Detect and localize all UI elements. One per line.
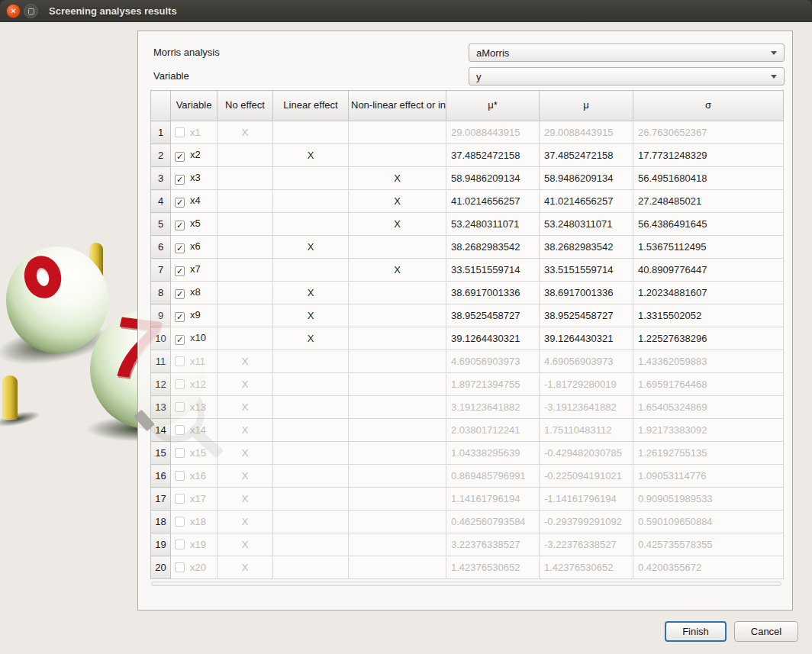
mu-cell: -1.14161796194 [540,488,633,511]
table-row: 12x12X1.89721394755-1.817292800191.69591… [151,373,784,396]
row-checkbox[interactable] [175,402,185,412]
unmaximize-icon [28,8,34,14]
mu-star-cell: 53.2480311071 [446,213,540,236]
table-header-row: Variable No effect Linear effect Non-lin… [151,91,784,121]
row-checkbox[interactable] [175,471,185,481]
header-mu: μ [540,91,633,121]
logo-o-sphere-icon [6,246,108,353]
variable-cell: ✓x7 [171,259,218,282]
variable-name: x10 [190,332,206,343]
row-number: 10 [151,327,171,350]
table-row: 7✓x7X33.515155971433.515155971440.890977… [151,259,784,282]
variable-cell: x12 [171,373,218,396]
variable-select[interactable]: y [469,67,785,85]
logo-peg-icon [2,375,18,420]
row-checkbox[interactable]: ✓ [175,335,185,345]
variable-name: x15 [190,447,206,459]
cancel-button[interactable]: Cancel [734,621,798,642]
row-checkbox[interactable]: ✓ [175,221,185,230]
row-checkbox[interactable] [175,562,185,572]
variable-cell: ✓x9 [171,304,218,327]
mu-cell: -0.225094191021 [540,465,633,488]
close-button[interactable]: ✕ [6,4,21,18]
row-checkbox[interactable]: ✓ [175,243,185,253]
variable-cell: ✓x6 [171,236,218,259]
row-number: 13 [151,396,171,419]
effect-linear-cell [273,121,349,144]
mu-cell: 1.42376530652 [540,556,633,579]
variable-name: x18 [190,516,206,527]
effect-no-cell: X [218,533,273,556]
row-checkbox[interactable]: ✓ [175,312,185,322]
variable-name: x19 [190,539,206,550]
effect-no-cell: X [218,556,273,579]
variable-name: x11 [190,356,205,367]
effect-nonlinear-cell [349,282,446,304]
effect-no-cell: X [218,442,273,465]
effect-linear-cell [273,465,349,488]
variable-value: y [476,71,482,82]
row-checkbox[interactable] [175,540,185,549]
effect-no-cell: X [218,465,273,488]
effect-no-cell: X [218,350,273,373]
mu-cell: -3.19123641882 [540,396,633,419]
finish-button[interactable]: Finish [665,621,727,642]
row-checkbox[interactable] [175,494,185,504]
effect-nonlinear-cell: X [349,190,446,213]
unmaximize-button[interactable] [24,4,38,18]
effect-nonlinear-cell [349,373,446,396]
table-row: 6✓x6X38.268298354238.26829835421.5367511… [151,236,784,259]
mu-star-cell: 0.869485796991 [446,465,540,488]
screening-results-dialog: Morris analysis aMorris Variable y [137,31,793,611]
mu-star-cell: 38.2682983542 [446,236,540,259]
effect-nonlinear-cell [349,465,446,488]
row-checkbox[interactable] [175,425,185,435]
row-checkbox[interactable] [175,379,185,389]
table-row: 13x13X3.19123641882-3.191236418821.65405… [151,396,784,419]
titlebar[interactable]: ✕ Screening analyses results [0,0,812,22]
row-number: 18 [151,511,171,533]
row-number: 2 [151,144,171,167]
effect-nonlinear-cell: X [349,167,446,190]
row-checkbox[interactable]: ✓ [175,266,185,276]
variable-name: x3 [190,172,201,183]
morris-analysis-select[interactable]: aMorris [469,43,785,62]
effect-linear-cell [273,419,349,442]
table-row: 10✓x10X39.126443032139.12644303211.22527… [151,327,784,350]
effect-linear-cell: X [273,282,349,304]
chevron-down-icon [771,75,777,79]
row-checkbox[interactable] [175,517,185,527]
effect-no-cell [218,304,273,327]
sigma-cell: 56.4951680418 [633,167,784,190]
variable-name: x20 [190,562,206,573]
row-number: 3 [151,167,171,190]
row-checkbox[interactable]: ✓ [175,198,185,208]
effect-nonlinear-cell [349,327,446,350]
row-checkbox[interactable] [175,356,185,366]
table-row: 9✓x9X38.952545872738.95254587271.3315502… [151,304,784,327]
mu-cell: 37.4852472158 [540,144,633,167]
sigma-cell: 1.09053114776 [633,465,784,488]
effect-no-cell [218,259,273,282]
variable-name: x12 [190,379,206,390]
horizontal-scrollbar[interactable] [151,582,781,586]
row-checkbox[interactable]: ✓ [175,175,185,185]
row-number: 6 [151,236,171,259]
row-checkbox[interactable] [175,448,185,458]
table-row: 14x14X2.038017122411.751104831121.921733… [151,419,784,442]
mu-star-cell: 3.19123641882 [446,396,540,419]
variable-name: x16 [190,470,206,482]
mu-star-cell: 38.9525458727 [446,304,540,327]
row-number: 5 [151,213,171,236]
row-checkbox[interactable] [175,127,185,137]
row-number: 1 [151,121,171,144]
sigma-cell: 1.26192755135 [633,442,784,465]
effect-nonlinear-cell [349,442,446,465]
row-checkbox[interactable]: ✓ [175,289,185,299]
row-number: 16 [151,465,171,488]
effect-nonlinear-cell [349,419,446,442]
variable-cell: ✓x4 [171,190,218,213]
row-checkbox[interactable]: ✓ [175,152,185,162]
header-variable: Variable [171,91,218,121]
effect-no-cell: X [218,488,273,511]
